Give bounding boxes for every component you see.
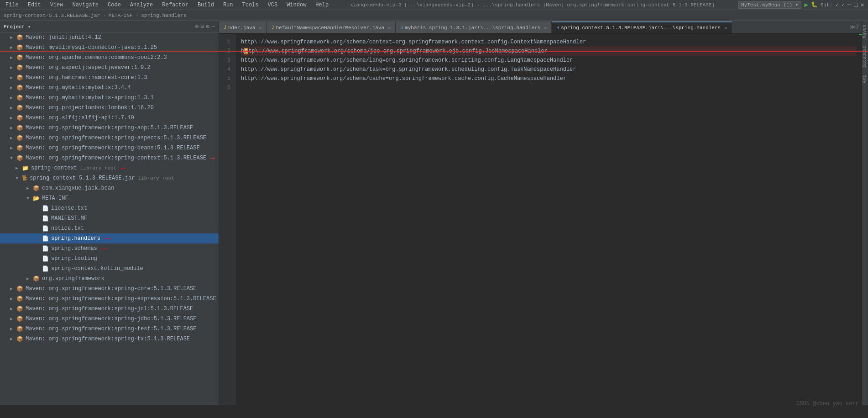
tree-item-slf4j[interactable]: ▶ 📦 Maven: org.slf4j:slf4j-api:1.7.10 xyxy=(0,113,219,123)
code-line-5-text: http\://www.springframework.org/schema/c… xyxy=(241,74,566,83)
git-label: Git: ✓ ✓ xyxy=(821,2,845,8)
tree-item-spring-context-kotlin[interactable]: ▶ 📄 spring-context.kotlin_module xyxy=(0,264,219,274)
sidebar-header: Project ▾ ⊕ ⊟ ⚙ — xyxy=(0,21,219,32)
tree-item-mybatisspring[interactable]: ▶ 📦 Maven: org.mybatis:mybatis-spring:1.… xyxy=(0,93,219,103)
tab-defaultns[interactable]: J DefaultNamespaceHandlerResolver.java ✕ xyxy=(267,21,396,33)
tree-item-springtx[interactable]: ▶ 📦 Maven: org.springframework:spring-tx… xyxy=(0,334,219,344)
code-line-6-text xyxy=(241,83,244,92)
tab-mybatis-close[interactable]: ✕ xyxy=(544,25,547,31)
min-button[interactable]: ─ xyxy=(847,1,851,9)
tree-item-aspectj[interactable]: ▶ 📦 Maven: org.aspectj:aspectjweaver:1.9… xyxy=(0,63,219,73)
ant-panel-label[interactable]: Ant xyxy=(862,71,868,87)
tab-overflow[interactable]: ≫7 xyxy=(847,24,862,31)
menu-bar[interactable]: File Edit View Navigate Code Analyze Ref… xyxy=(4,1,330,9)
sidebar: Project ▾ ⊕ ⊟ ⚙ — ▶ 📦 Maven: junit:junit… xyxy=(0,21,219,405)
menu-refactor[interactable]: Refactor xyxy=(160,1,190,9)
sidebar-settings-icon[interactable]: ⚙ xyxy=(206,23,209,30)
menu-window[interactable]: Window xyxy=(285,1,308,9)
tree-item-mybatis34[interactable]: ▶ 📦 Maven: org.mybatis:mybatis:3.4.4 xyxy=(0,83,219,93)
tree-item-springaop[interactable]: ▶ 📦 Maven: org.springframework:spring-ao… xyxy=(0,123,219,133)
tab-defaultns-label: DefaultNamespaceHandlerResolver.java xyxy=(276,25,384,31)
tab-nder-label: nder.java xyxy=(228,25,255,31)
editor-content: 1 2 3 4 5 6 http\://www.springframework.… xyxy=(219,34,862,405)
tab-spring-active[interactable]: H spring-context-5.1.3.RELEASE.jar!\...\… xyxy=(552,21,732,33)
code-area[interactable]: http\://www.springframework.org/schema/c… xyxy=(235,34,862,405)
tree-item-springcontext-root[interactable]: ▶ 📁 spring-context library root → xyxy=(0,163,219,173)
tree-item-hamcrest[interactable]: ▶ 📦 Maven: org.hamcrest:hamcrest-core:1.… xyxy=(0,73,219,83)
sidebar-title: Project ▾ xyxy=(4,24,31,30)
code-line-4-text: http\://www.springframework.org/schema/t… xyxy=(241,65,576,74)
menu-navigate[interactable]: Navigate xyxy=(70,1,100,9)
close-button[interactable]: ✕ xyxy=(861,1,864,9)
code-line-4: http\://www.springframework.org/schema/t… xyxy=(241,65,856,74)
tab-nder[interactable]: J nder.java ✕ xyxy=(219,21,267,33)
menu-analyze[interactable]: Analyze xyxy=(128,1,155,9)
tree-item-meta-inf[interactable]: ▼ 📂 META-INF xyxy=(0,193,219,203)
code-line-3-text: http\://www.springframework.org/schema/l… xyxy=(241,56,573,65)
tree-item-spring-tooling[interactable]: ▶ 📄 spring.tooling xyxy=(0,254,219,264)
tree-item-notice[interactable]: ▶ 📄 notice.txt xyxy=(0,223,219,233)
tree-item-springcontext[interactable]: ▼ 📦 Maven: org.springframework:spring-co… xyxy=(0,153,219,163)
menu-view[interactable]: View xyxy=(48,1,65,9)
tree-item-license[interactable]: ▶ 📄 license.txt xyxy=(0,203,219,213)
menu-vcs[interactable]: VCS xyxy=(266,1,280,9)
tree-item-lombok[interactable]: ▶ 📦 Maven: org.projectlombok:lombok:1.16… xyxy=(0,103,219,113)
code-line-2: http\://www.springframework.org/schema/j… xyxy=(241,47,856,56)
tree-item-com-xiangxue[interactable]: ▶ 📦 com.xiangxue.jack.bean xyxy=(0,183,219,193)
run-button[interactable]: ▶ xyxy=(804,1,808,9)
sidebar-hide-icon[interactable]: — xyxy=(211,23,215,30)
line-numbers: 1 2 3 4 5 6 xyxy=(219,34,235,405)
title-bar: File Edit View Navigate Code Analyze Ref… xyxy=(0,0,868,10)
code-line-5: http\://www.springframework.org/schema/c… xyxy=(241,74,856,83)
code-line-2-underline xyxy=(219,51,862,52)
line-num-1: 1 xyxy=(221,37,233,47)
watermark: CSDN @chen_yao_kerr xyxy=(796,401,859,407)
tree-item-springexpr[interactable]: ▶ 📦 Maven: org.springframework:spring-ex… xyxy=(0,294,219,304)
breadcrumb-meta-inf[interactable]: META-INF xyxy=(109,13,133,18)
database-panel-label[interactable]: Database xyxy=(862,42,868,71)
breadcrumb-jar[interactable]: spring-context-5.1.3.RELEASE.jar xyxy=(4,13,100,18)
line-num-5: 5 xyxy=(221,74,233,83)
tab-mybatis[interactable]: H mybatis-spring-1.3.1.jar!\...\spring.h… xyxy=(396,21,552,33)
tree-item-springcore[interactable]: ▶ 📦 Maven: org.springframework:spring-co… xyxy=(0,284,219,294)
sidebar-locate-icon[interactable]: ⊕ xyxy=(195,23,199,30)
main-area: Project ▾ ⊕ ⊟ ⚙ — ▶ 📦 Maven: junit:junit… xyxy=(0,21,868,405)
menu-tools[interactable]: Tools xyxy=(241,1,261,9)
maven-panel-label[interactable]: Maven xyxy=(862,21,868,42)
tree-item-springtest[interactable]: ▶ 📦 Maven: org.springframework:spring-te… xyxy=(0,324,219,334)
sidebar-actions[interactable]: ⊕ ⊟ ⚙ — xyxy=(195,23,215,30)
editor-panel: J nder.java ✕ J DefaultNamespaceHandlerR… xyxy=(219,21,862,405)
tree-item-commons[interactable]: ▶ 📦 Maven: org.apache.commons:commons-po… xyxy=(0,53,219,63)
tree-item-spring-schemas[interactable]: ▶ 📄 spring.schemas → xyxy=(0,243,219,254)
tree-item-org-springframework[interactable]: ▶ 📦 org.springframework xyxy=(0,274,219,284)
menu-edit[interactable]: Edit xyxy=(26,1,43,9)
menu-run[interactable]: Run xyxy=(221,1,235,9)
max-button[interactable]: □ xyxy=(854,1,858,9)
code-line-3: http\://www.springframework.org/schema/l… xyxy=(241,56,856,65)
tree-item-springbeans[interactable]: ▶ 📦 Maven: org.springframework:spring-be… xyxy=(0,143,219,153)
breadcrumb-file[interactable]: spring.handlers xyxy=(141,13,186,18)
tab-spring-close[interactable]: ✕ xyxy=(724,25,727,31)
tab-mybatis-label: mybatis-spring-1.3.1.jar!\...\spring.han… xyxy=(405,25,540,31)
menu-build[interactable]: Build xyxy=(196,1,216,9)
right-panel-bar: Maven Database Ant xyxy=(862,21,868,405)
tree-item-springjdbc[interactable]: ▶ 📦 Maven: org.springframework:spring-jd… xyxy=(0,314,219,324)
tree-item-spring-handlers[interactable]: ▶ 📄 spring.handlers → xyxy=(0,233,219,243)
tree-item-springcontext-jar[interactable]: ▼ 🗜 spring-context-5.1.3.RELEASE.jar lib… xyxy=(0,173,219,183)
menu-help[interactable]: Help xyxy=(314,1,330,9)
line-num-6: 6 xyxy=(221,83,233,92)
tree-item-springaspects[interactable]: ▶ 📦 Maven: org.springframework:spring-as… xyxy=(0,133,219,143)
line-num-4: 4 xyxy=(221,65,233,74)
sidebar-collapse-icon[interactable]: ⊟ xyxy=(201,23,204,30)
tab-defaultns-close[interactable]: ✕ xyxy=(388,25,391,31)
tree-item-junit[interactable]: ▶ 📦 Maven: junit:junit:4.12 xyxy=(0,32,219,42)
tab-nder-close[interactable]: ✕ xyxy=(259,25,261,31)
run-config-label[interactable]: MyTest.myBean (1) ▾ xyxy=(738,1,801,9)
menu-file[interactable]: File xyxy=(4,1,21,9)
code-line-6 xyxy=(241,83,856,92)
tree-item-manifest[interactable]: ▶ 📄 MANIFEST.MF xyxy=(0,213,219,223)
debug-button[interactable]: 🐛 xyxy=(811,1,818,8)
tree-item-springjcl[interactable]: ▶ 📦 Maven: org.springframework:spring-jc… xyxy=(0,304,219,314)
menu-code[interactable]: Code xyxy=(106,1,123,9)
code-line-1: http\://www.springframework.org/schema/c… xyxy=(241,37,856,47)
